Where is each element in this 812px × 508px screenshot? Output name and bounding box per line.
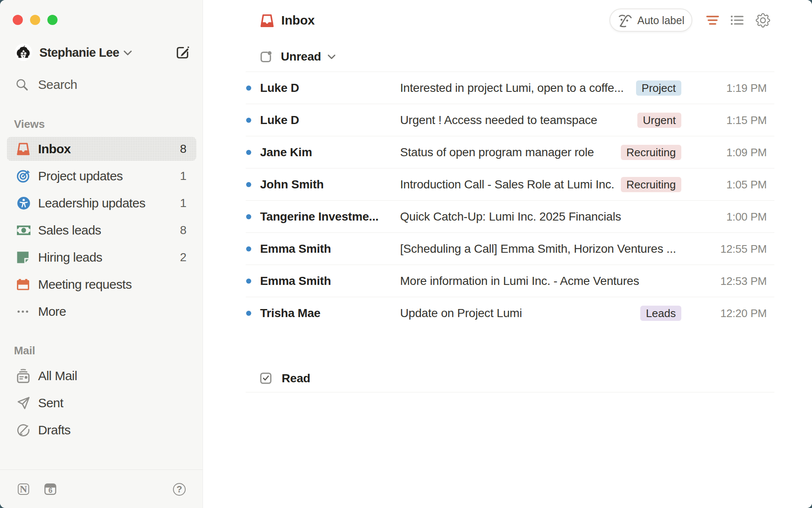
svg-text:6: 6 xyxy=(48,486,52,494)
